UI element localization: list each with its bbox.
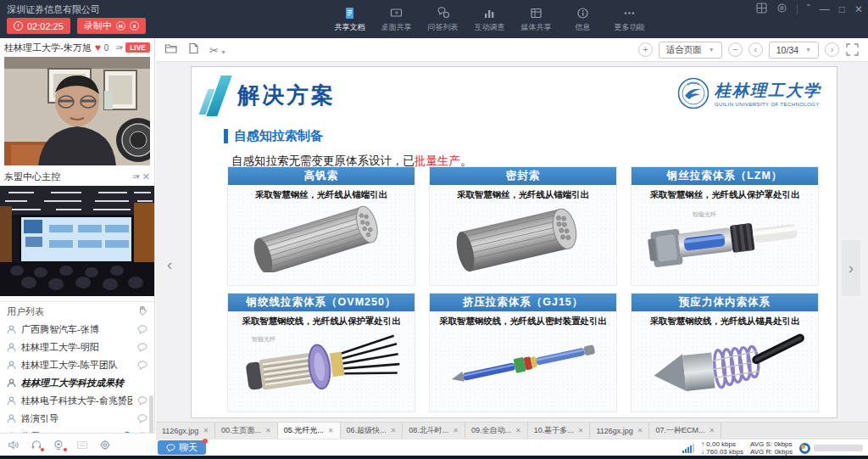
- section-accent-bar: [224, 129, 228, 143]
- prev-page-button[interactable]: ‹: [748, 42, 763, 57]
- toolbar-more-functions[interactable]: 更多功能: [609, 3, 650, 33]
- user-icon: [7, 394, 16, 409]
- university-logo: 桂林理工大学 GUILIN UNIVERSITY OF TECHNOLOGY: [677, 77, 821, 109]
- chat-bubble-icon[interactable]: [137, 394, 147, 409]
- settings-gear-icon[interactable]: [776, 3, 787, 15]
- video2-menu-icon[interactable]: ≡▾: [132, 172, 139, 181]
- fit-page-dropdown[interactable]: 适合页面 ▼: [659, 42, 722, 59]
- video1-feed[interactable]: [4, 57, 150, 165]
- toolbar-qa-list[interactable]: 问答列表: [422, 3, 464, 33]
- chat-bubble-icon[interactable]: [137, 411, 147, 427]
- chat-bubble-icon[interactable]: [137, 322, 147, 338]
- image-label: 智能光纤: [252, 336, 275, 343]
- open-folder-icon[interactable]: [164, 42, 178, 58]
- tab-close-icon[interactable]: ✕: [637, 427, 643, 434]
- university-emblem-icon: [677, 77, 709, 109]
- card-sealed-cable: 密封索 采取智慧钢丝，光纤线从锚端引出: [429, 166, 617, 286]
- page-indicator-dropdown[interactable]: 10/34 ▼: [769, 42, 819, 59]
- like-count: 0: [104, 43, 109, 53]
- lzm-anchor-image: 智能光纤: [632, 201, 818, 274]
- tab-close-icon[interactable]: ✕: [391, 427, 397, 434]
- card-desc: 采取智慧钢丝，光纤线从保护罩处引出: [632, 189, 818, 201]
- tab-close-icon[interactable]: ✕: [709, 427, 715, 434]
- titlebar: 深圳证券信息有限公司 02:02:25 录制中 共享文档: [0, 0, 868, 38]
- toolbar-desktop-share[interactable]: 桌面共享: [376, 3, 417, 33]
- user-list-title: 用户列表: [7, 305, 44, 318]
- tab-close-icon[interactable]: ✕: [203, 427, 209, 434]
- tab-close-icon[interactable]: ✕: [265, 427, 271, 434]
- media-share-icon: [530, 6, 542, 20]
- tab-close-icon[interactable]: ✕: [328, 427, 334, 434]
- pause-recording-icon[interactable]: [116, 21, 125, 31]
- settings-icon[interactable]: [99, 439, 111, 451]
- user-row[interactable]: 桂林理工大学-陈平团队: [0, 356, 154, 374]
- tab-close-icon[interactable]: ✕: [453, 427, 459, 434]
- zoom-out-button[interactable]: −: [728, 42, 743, 57]
- user-row[interactable]: 广西腾智汽车-张博: [0, 321, 154, 339]
- maximize-button[interactable]: □: [839, 4, 845, 14]
- status-bar: 聊天 ↑ 0.00 kbps ↓ 760.03 kbps AVG S: 0kbp…: [156, 439, 868, 456]
- avg-send: AVG S: 0kbps: [750, 440, 793, 448]
- video1-menu-icon[interactable]: ≡▾: [115, 43, 122, 52]
- doc-tab-active[interactable]: 05.光纤光...✕: [278, 423, 341, 439]
- doc-tab[interactable]: 10.基于多...✕: [528, 423, 591, 439]
- layout-grid-icon[interactable]: [756, 3, 767, 15]
- slide-prev-chevron[interactable]: ‹: [167, 255, 172, 274]
- stop-recording-icon[interactable]: [130, 21, 139, 31]
- card-internal-tendon-system: 预应力体内索体系 采取智慧钢绞线，光纤线从锚具处引出: [631, 293, 819, 412]
- user-row[interactable]: 桂林理工大学-明阳: [0, 339, 154, 356]
- raise-hand-icon[interactable]: [137, 304, 147, 319]
- fullscreen-icon[interactable]: [845, 42, 860, 57]
- avg-recv: AVG R: 0kbps: [750, 448, 793, 456]
- image-label: 智能光纤: [693, 211, 716, 218]
- doc-tab[interactable]: 00.主页面...✕: [215, 423, 278, 439]
- card-desc: 采取智慧钢丝，光纤线从锚端引出: [430, 189, 616, 201]
- video1-title: 桂林理工大学-朱万旭: [4, 42, 92, 54]
- user-icon: [7, 376, 16, 391]
- new-document-icon[interactable]: [188, 42, 199, 58]
- document-toolbar: ✂▼ + 适合页面 ▼ − ‹ 10/34 ▼ ›: [156, 38, 868, 62]
- highlight-text: 批量生产: [415, 154, 460, 167]
- doc-tab[interactable]: 08.北斗时...✕: [403, 423, 465, 439]
- user-list: 广西腾智汽车-张博 桂林理工大学-明阳 桂林理工大学-陈平团队 桂林理工大学科技…: [0, 321, 154, 445]
- user-row[interactable]: 路演引导: [0, 410, 154, 428]
- camera-off-icon[interactable]: [53, 439, 65, 451]
- doc-tab[interactable]: 09.全自动...✕: [465, 423, 528, 439]
- collapse-chevron-icon[interactable]: ˇ: [807, 4, 810, 14]
- doc-tab[interactable]: 1126gx.jpg✕: [156, 423, 215, 439]
- speaker-icon[interactable]: [8, 439, 19, 451]
- toolbar-media-share[interactable]: 媒体共享: [515, 3, 557, 33]
- doc-tab[interactable]: 1126gx.jpg✕: [590, 423, 649, 439]
- recording-timer-badge: 02:02:25: [7, 18, 70, 34]
- annotate-scissors-icon[interactable]: ✂▼: [209, 42, 226, 58]
- user-row-self[interactable]: 桂林理工大学科技成果转: [0, 374, 154, 392]
- card-title: 高钒索: [228, 167, 415, 185]
- heart-icon[interactable]: ♥: [95, 43, 101, 52]
- chat-bubble-icon[interactable]: [137, 340, 147, 355]
- card-desc: 采取智慧钢绞线，光纤线从保护罩处引出: [228, 316, 415, 327]
- slide-next-chevron[interactable]: ›: [842, 240, 860, 296]
- video2-title: 东盟中心主控: [4, 171, 60, 183]
- doc-tab[interactable]: 06.超级快...✕: [341, 423, 403, 439]
- minimize-button[interactable]: —: [820, 4, 830, 14]
- doc-tab[interactable]: 07.一种ECM...✕: [649, 423, 721, 439]
- speaker-video-image: [4, 57, 150, 165]
- card-title: 预应力体内索体系: [632, 294, 818, 311]
- headset-muted-icon[interactable]: [31, 439, 42, 451]
- toolbar-info[interactable]: 信息: [562, 3, 604, 33]
- close-button[interactable]: ✕: [854, 4, 863, 14]
- chat-bubble-icon[interactable]: [137, 358, 147, 373]
- brand-logo: [799, 443, 863, 454]
- zoom-in-button[interactable]: +: [638, 42, 653, 57]
- video2-close-icon[interactable]: ✕: [142, 171, 150, 182]
- media-disabled-icon[interactable]: [76, 439, 88, 451]
- next-page-button[interactable]: ›: [825, 42, 839, 57]
- toolbar-share-document[interactable]: 共享文档: [329, 3, 370, 33]
- user-row[interactable]: 桂林电子科技大学-俞兆赟团: [0, 392, 154, 410]
- card-title: 挤压拉索体系（GJ15）: [430, 294, 616, 311]
- toolbar-interactive-survey[interactable]: 互动调查: [469, 3, 510, 33]
- tab-close-icon[interactable]: ✕: [515, 427, 521, 434]
- chat-button[interactable]: 聊天: [158, 440, 206, 455]
- video2-feed[interactable]: [0, 186, 154, 296]
- tab-close-icon[interactable]: ✕: [578, 427, 584, 434]
